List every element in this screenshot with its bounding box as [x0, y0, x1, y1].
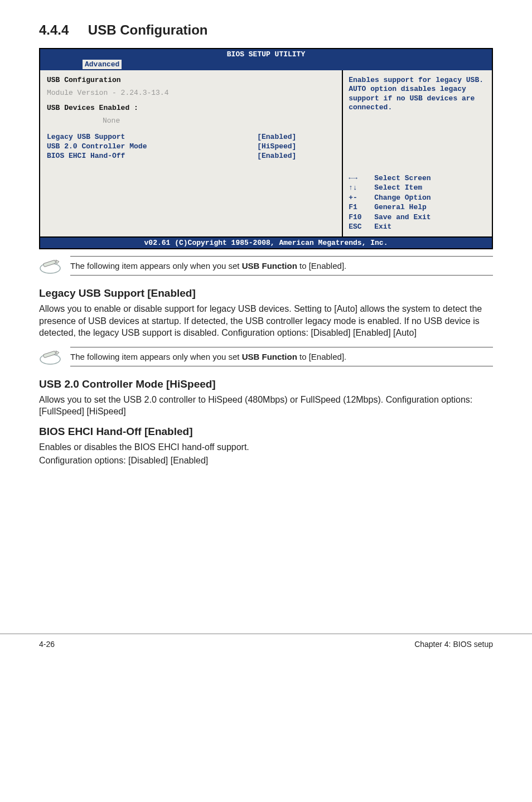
- svg-marker-5: [56, 351, 59, 355]
- pencil-icon: [39, 256, 70, 277]
- tab-advanced[interactable]: Advanced: [83, 60, 122, 69]
- paragraph-ehci-1: Enables or disables the BIOS EHCI hand-o…: [39, 441, 493, 453]
- bios-window: BIOS SETUP UTILITY Advanced USB Configur…: [39, 48, 493, 249]
- usb-devices-enabled-value: None: [103, 117, 335, 125]
- module-version-line: Module Version - 2.24.3-13.4: [47, 89, 335, 97]
- note-text-bold: USB Function: [242, 352, 297, 361]
- section-title: USB Configuration: [88, 22, 208, 37]
- bios-footer: v02.61 (C)Copyright 1985-2008, American …: [40, 236, 492, 248]
- svg-rect-1: [43, 260, 56, 267]
- key-desc: Exit: [374, 222, 391, 232]
- subheading-ehci-handoff: BIOS EHCI Hand-Off [Enabled]: [39, 426, 493, 438]
- pencil-icon: [39, 347, 70, 368]
- key-symbol: ESC: [349, 222, 374, 232]
- setting-value[interactable]: [Enabled]: [257, 133, 335, 141]
- note-text-suffix: to [Enabled].: [297, 261, 346, 270]
- key-desc: Change Option: [374, 193, 431, 203]
- setting-label: Legacy USB Support: [47, 133, 257, 141]
- key-symbol: +-: [349, 193, 374, 203]
- setting-label: USB 2.0 Controller Mode: [47, 142, 257, 151]
- paragraph-ehci-2: Configuration options: [Disabled] [Enabl…: [39, 455, 493, 467]
- page-number: 4-26: [39, 640, 55, 649]
- section-heading: 4.4.4 USB Configuration: [39, 22, 493, 38]
- note-block: The following item appears only when you…: [39, 256, 493, 277]
- key-symbol: ↑↓: [349, 183, 374, 193]
- note-text-prefix: The following item appears only when you…: [70, 352, 242, 361]
- bios-left-pane: USB Configuration Module Version - 2.24.…: [40, 70, 343, 238]
- bios-key-legend: ←→Select Screen ↑↓Select Item +-Change O…: [349, 173, 486, 232]
- setting-value[interactable]: [Enabled]: [257, 152, 335, 160]
- note-text: The following item appears only when you…: [70, 256, 493, 276]
- paragraph-usb20-mode: Allows you to set the USB 2.0 controller…: [39, 394, 493, 418]
- subheading-legacy-usb: Legacy USB Support [Enabled]: [39, 287, 493, 299]
- note-text-bold: USB Function: [242, 261, 297, 270]
- note-text: The following item appears only when you…: [70, 347, 493, 366]
- bios-help-text: Enables support for legacy USB. AUTO opt…: [349, 76, 486, 112]
- key-desc: Select Item: [374, 183, 422, 193]
- page-footer: 4-26 Chapter 4: BIOS setup: [0, 634, 532, 663]
- note-block: The following item appears only when you…: [39, 347, 493, 368]
- svg-marker-2: [56, 260, 59, 264]
- chapter-label: Chapter 4: BIOS setup: [414, 640, 493, 649]
- bios-titlebar: BIOS SETUP UTILITY: [40, 49, 492, 60]
- bios-title: BIOS SETUP UTILITY: [227, 50, 305, 59]
- setting-row-ehci-handoff[interactable]: BIOS EHCI Hand-Off [Enabled]: [47, 152, 335, 160]
- key-desc: Save and Exit: [374, 212, 431, 223]
- bios-group-title: USB Configuration: [47, 76, 335, 84]
- key-desc: Select Screen: [374, 173, 431, 183]
- bios-tab-bar: Advanced: [40, 60, 492, 70]
- key-symbol: F10: [349, 212, 374, 223]
- bios-right-pane: Enables support for legacy USB. AUTO opt…: [343, 70, 492, 238]
- usb-devices-enabled-label: USB Devices Enabled :: [47, 104, 335, 112]
- paragraph-legacy-usb: Allows you to enable or disable support …: [39, 303, 493, 339]
- key-symbol: ←→: [349, 173, 374, 183]
- key-symbol: F1: [349, 202, 374, 212]
- key-desc: General Help: [374, 202, 427, 212]
- section-number: 4.4.4: [39, 22, 69, 38]
- setting-label: BIOS EHCI Hand-Off: [47, 152, 257, 160]
- svg-rect-4: [43, 351, 56, 358]
- setting-value[interactable]: [HiSpeed]: [257, 142, 335, 151]
- subheading-usb20-mode: USB 2.0 Controller Mode [HiSpeed]: [39, 378, 493, 390]
- note-text-suffix: to [Enabled].: [297, 352, 346, 361]
- setting-row-usb20-mode[interactable]: USB 2.0 Controller Mode [HiSpeed]: [47, 142, 335, 151]
- note-text-prefix: The following item appears only when you…: [70, 261, 242, 270]
- setting-row-legacy-usb[interactable]: Legacy USB Support [Enabled]: [47, 133, 335, 141]
